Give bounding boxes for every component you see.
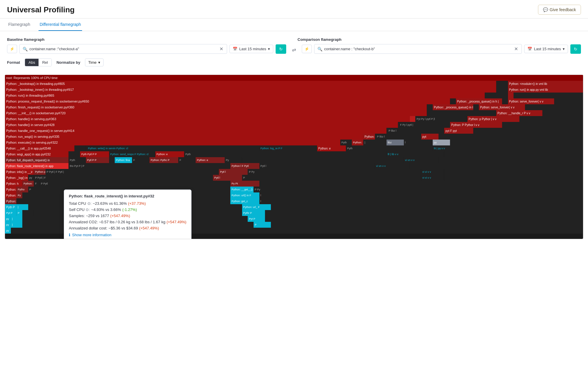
flame-block[interactable]: Python: e xyxy=(155,151,184,157)
flame-block[interactable]: py xyxy=(433,140,450,145)
flame-block[interactable]: | xyxy=(11,216,22,222)
flame-block[interactable]: Python: _bootstrap_inner() in threading.… xyxy=(5,87,496,93)
flame-block[interactable]: Python pyt xyxy=(34,169,45,175)
flame-block[interactable]: Python: serve_forever( v v xyxy=(508,98,554,104)
flame-block[interactable]: Python: handle_one_request() in server.p… xyxy=(5,128,387,134)
flame-block-gap xyxy=(427,104,433,110)
flame-block[interactable]: Python: h xyxy=(5,181,22,187)
flame-block[interactable]: Python: run() in app.py vml lib xyxy=(508,87,583,93)
flame-block-interest[interactable]: Python: flask_route_interest() in app xyxy=(5,163,69,169)
flame-block[interactable]: Python: handle() in server.py#428 xyxy=(5,122,398,128)
flame-block[interactable]: Python: e xyxy=(196,157,224,163)
flame-block-gap xyxy=(259,181,583,187)
flame-block-gap: Pyth xyxy=(184,151,387,157)
flame-block[interactable]: Pyt P xyxy=(5,210,16,216)
flame-block[interactable]: P xyxy=(254,222,271,228)
flame-block[interactable]: Python: __handle_r P v v xyxy=(496,110,542,116)
flame-block[interactable]: py xyxy=(5,216,11,222)
flame-block[interactable]: Python: xyxy=(352,140,363,145)
flame-block[interactable]: root: Represents 100% of CPU time xyxy=(5,75,583,81)
flame-row-10: Python: run_wsgi() in serving.py#335 Pyt… xyxy=(5,134,583,140)
comparison-clear-button[interactable]: ✕ xyxy=(514,46,519,52)
flame-block-gap: Pyth xyxy=(69,157,86,163)
flame-block[interactable]: Python: Pythc P xyxy=(149,157,178,163)
format-abs-button[interactable]: Abs xyxy=(25,59,39,66)
flame-block-gap: lit | py v v xyxy=(433,145,583,151)
flame-block[interactable]: Pyth P xyxy=(5,204,16,210)
flame-block[interactable]: Python: l xyxy=(5,192,16,198)
flame-block[interactable]: | xyxy=(16,204,28,210)
flame-block[interactable]: Python: serve_forever( v v xyxy=(479,104,525,110)
baseline-search-input[interactable] xyxy=(29,47,219,51)
flame-block[interactable]: libz xyxy=(387,140,404,145)
flame-block[interactable]: Python: xyxy=(5,198,16,204)
flame-block[interactable]: Pythr P xyxy=(242,210,265,216)
flame-block[interactable] xyxy=(508,93,514,98)
comparison-search-input[interactable] xyxy=(324,47,514,51)
comparison-filter-button[interactable]: ⚡ xyxy=(302,45,312,53)
format-rel-button[interactable]: Rel xyxy=(39,59,51,66)
flame-block[interactable]: Pyt P xyxy=(248,216,265,222)
flame-block[interactable]: Python l F Pytl xyxy=(230,163,259,169)
flame-block[interactable]: P xyxy=(16,210,22,216)
flame-block[interactable] xyxy=(410,116,416,122)
flame-block[interactable]: Python: p Pythor | v v xyxy=(467,116,519,122)
flame-block[interactable]: py xyxy=(5,228,11,234)
flame-block[interactable]: Python: __init__() in socketserver.py#72… xyxy=(5,110,427,116)
flame-block[interactable]: Python: _process_queue() in b xyxy=(433,104,473,110)
comparison-sync-button[interactable]: ↻ xyxy=(570,44,581,54)
flame-block[interactable]: Python: url_ F xyxy=(242,204,271,210)
flame-block[interactable]: Python: run_wsgi() in serving.py#335 xyxy=(5,134,363,140)
flame-block-gap xyxy=(409,163,583,169)
flame-block[interactable]: Python: process_request_thread() in sock… xyxy=(5,98,450,104)
flame-block[interactable]: Pytl l xyxy=(213,175,242,181)
flame-block[interactable]: Python: e xyxy=(317,145,346,151)
flame-block[interactable]: Python: __get__() xyxy=(230,187,254,192)
flame-row-17: Python: _log() in _l p py P Pytl | F Pyt… xyxy=(5,175,583,181)
feedback-button[interactable]: 💬 Give feedback xyxy=(538,5,581,15)
swap-button[interactable]: ⇄ xyxy=(290,46,298,54)
baseline-date-button[interactable]: 📅 Last 15 minutes ▾ xyxy=(229,45,273,53)
comparison-date-button[interactable]: 📅 Last 15 minutes ▾ xyxy=(524,45,568,53)
flame-block[interactable]: Py xyxy=(16,192,22,198)
flame-block[interactable]: Python: info() in __ir xyxy=(5,169,34,175)
tooltip-more-link[interactable]: ℹ Show more information xyxy=(69,233,186,237)
flame-block[interactable]: Python: fina xyxy=(115,157,132,163)
flame-block[interactable]: Python: p xyxy=(363,134,375,140)
flame-block[interactable]: Pyth Pytl P P xyxy=(80,151,109,157)
baseline-clear-button[interactable]: ✕ xyxy=(219,46,224,52)
tab-flamegraph[interactable]: Flamegraph xyxy=(7,19,31,31)
flame-block[interactable]: Python: get_c xyxy=(230,198,259,204)
flame-block[interactable]: Python: c xyxy=(5,187,16,192)
flame-block[interactable]: Python: __call__() in app.py#2548 xyxy=(5,145,74,151)
flame-block[interactable]: Python: execute() in serving.py#322 xyxy=(5,140,340,145)
tab-differential-flamegraph[interactable]: Differential flamegraph xyxy=(39,19,82,31)
flame-block[interactable]: py xyxy=(5,222,11,228)
normalize-select[interactable]: Time ▾ xyxy=(85,58,104,66)
flame-block[interactable]: Python: _bootstrap() in threading.py#805 xyxy=(5,81,496,87)
flame-row-13: Python: wsgi_app() in app.py#232 Pyth Py… xyxy=(5,151,583,157)
flame-block[interactable]: Py Pt xyxy=(230,181,259,187)
flame-block[interactable]: pyt xyxy=(421,134,439,140)
baseline-filter-button[interactable]: ⚡ xyxy=(7,45,17,53)
flame-block[interactable]: Python: run() in threading.py#865 xyxy=(5,93,485,98)
flame-block[interactable]: Python: url() in F xyxy=(230,192,259,198)
flame-block[interactable]: | xyxy=(11,222,22,228)
flame-block[interactable]: Python: _log() in _l p xyxy=(5,175,28,181)
flame-block[interactable]: pyt F pyt xyxy=(444,128,473,134)
flame-block[interactable]: Python: wsgi_app() in app.py#232 xyxy=(5,151,69,157)
flame-block[interactable]: Python: <module>() in vml lib xyxy=(508,81,583,87)
flame-block[interactable]: Python: finish_request() in socketserver… xyxy=(5,104,427,110)
flame-block[interactable]: Pytho xyxy=(16,187,28,192)
flame-block[interactable]: Python: full_dispatch_request() in xyxy=(5,157,69,163)
flame-block[interactable]: Python: _process_queue() in h | xyxy=(456,98,502,104)
flame-block[interactable]: Python: handle() in serving.py#363 xyxy=(5,116,410,122)
flame-row-3: Python: run() in threading.py#865 xyxy=(5,93,583,98)
flame-block[interactable]: Python: xyxy=(22,181,34,187)
flame-block-gap: P Py xyxy=(254,187,583,192)
flame-block[interactable]: Pytl l xyxy=(219,169,248,175)
flame-block[interactable]: Python: P Pythor l v v xyxy=(450,122,502,128)
flame-block[interactable]: Pytl P P xyxy=(86,157,109,163)
flame-row-7: Python: handle() in serving.py#363 Pyt P… xyxy=(5,116,583,122)
baseline-sync-button[interactable]: ↻ xyxy=(276,44,286,54)
